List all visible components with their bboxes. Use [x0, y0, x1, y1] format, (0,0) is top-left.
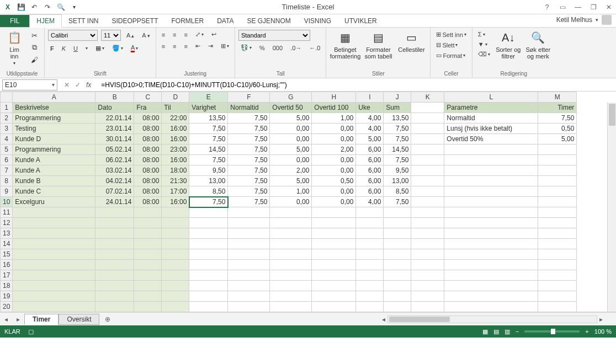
- cell[interactable]: [444, 176, 538, 186]
- cell[interactable]: [312, 260, 356, 270]
- align-top-button[interactable]: ≡: [160, 30, 167, 39]
- cell[interactable]: [411, 228, 444, 239]
- cell[interactable]: [134, 218, 162, 228]
- cell[interactable]: 7,50: [384, 155, 411, 165]
- cell[interactable]: [444, 228, 538, 239]
- cell[interactable]: [189, 228, 228, 239]
- cell[interactable]: [95, 281, 134, 291]
- cell[interactable]: [356, 239, 384, 249]
- cell[interactable]: 04.02.14: [95, 176, 134, 186]
- cell[interactable]: [356, 218, 384, 228]
- cell[interactable]: [411, 113, 444, 124]
- qat-more-icon[interactable]: ▾: [70, 3, 78, 12]
- cell[interactable]: [270, 281, 312, 291]
- cell[interactable]: 8,50: [384, 186, 411, 197]
- cell[interactable]: 7,50: [228, 134, 270, 144]
- scrollbar-thumb[interactable]: [609, 104, 615, 126]
- col-header-G[interactable]: G: [270, 92, 312, 103]
- row-header[interactable]: 11: [1, 207, 13, 218]
- cell[interactable]: 0,00: [270, 155, 312, 165]
- align-left-button[interactable]: ≡: [160, 41, 167, 51]
- cell[interactable]: 30.01.14: [95, 134, 134, 144]
- cell-styles-button[interactable]: ▭ Cellestiler: [396, 30, 427, 53]
- cell[interactable]: Fra: [134, 103, 162, 113]
- cell[interactable]: Programmering: [13, 144, 95, 155]
- cell[interactable]: [356, 260, 384, 270]
- cell[interactable]: [95, 239, 134, 249]
- tab-visning[interactable]: VISNING: [298, 15, 338, 27]
- col-header-H[interactable]: H: [312, 92, 356, 103]
- cell[interactable]: [444, 239, 538, 249]
- cell[interactable]: [189, 270, 228, 281]
- orientation-button[interactable]: ⤢▾: [193, 30, 206, 39]
- cell[interactable]: [13, 218, 95, 228]
- cell[interactable]: 14,50: [384, 144, 411, 155]
- save-icon[interactable]: 💾: [17, 3, 25, 12]
- undo-icon[interactable]: ↶: [30, 3, 39, 12]
- cell[interactable]: [95, 291, 134, 302]
- cell[interactable]: 13,00: [384, 176, 411, 186]
- cell[interactable]: [13, 302, 95, 312]
- align-bottom-button[interactable]: ≡: [182, 30, 190, 39]
- cell[interactable]: [411, 302, 444, 312]
- zoom-slider[interactable]: [524, 330, 580, 333]
- cell[interactable]: 18:00: [162, 165, 189, 176]
- cell[interactable]: [411, 207, 444, 218]
- tab-formler[interactable]: FORMLER: [165, 15, 211, 27]
- cell[interactable]: Programmering: [13, 113, 95, 124]
- cell[interactable]: 5,00: [270, 113, 312, 124]
- indent-increase-button[interactable]: ⇥: [206, 41, 215, 51]
- cell[interactable]: [13, 291, 95, 302]
- cell[interactable]: [134, 291, 162, 302]
- cell[interactable]: 0,00: [312, 186, 356, 197]
- comma-button[interactable]: 000: [270, 43, 285, 52]
- cell[interactable]: Testing: [13, 124, 95, 134]
- cell[interactable]: [162, 260, 189, 270]
- horizontal-scrollbar[interactable]: ◂ ▸: [116, 315, 616, 323]
- cell[interactable]: [384, 249, 411, 260]
- cell[interactable]: [270, 207, 312, 218]
- row-header[interactable]: 12: [1, 218, 13, 228]
- cell[interactable]: Timer: [538, 103, 577, 113]
- cell[interactable]: [134, 239, 162, 249]
- cell[interactable]: [189, 218, 228, 228]
- cell[interactable]: [134, 281, 162, 291]
- cell[interactable]: [444, 207, 538, 218]
- font-name-select[interactable]: Calibri: [48, 30, 98, 41]
- cell[interactable]: [13, 239, 95, 249]
- cell[interactable]: [95, 270, 134, 281]
- cell[interactable]: [538, 291, 577, 302]
- cell[interactable]: 0,50: [312, 176, 356, 186]
- cell[interactable]: 08:00: [134, 144, 162, 155]
- cell[interactable]: 5,00: [538, 134, 577, 144]
- cell[interactable]: 16:00: [162, 134, 189, 144]
- cell[interactable]: 1,00: [270, 186, 312, 197]
- cell[interactable]: 07.02.14: [95, 186, 134, 197]
- format-button[interactable]: ▭ Format ▾: [434, 51, 468, 60]
- tab-data[interactable]: DATA: [210, 15, 240, 27]
- cell[interactable]: 6,00: [356, 186, 384, 197]
- cell[interactable]: [189, 302, 228, 312]
- cell[interactable]: Uke: [356, 103, 384, 113]
- col-header-C[interactable]: C: [134, 92, 162, 103]
- cell[interactable]: [356, 249, 384, 260]
- cell[interactable]: Kunde D: [13, 134, 95, 144]
- cut-button[interactable]: ✂: [28, 30, 41, 41]
- cell[interactable]: [134, 260, 162, 270]
- cell[interactable]: 16:00: [162, 124, 189, 134]
- cell[interactable]: [95, 302, 134, 312]
- name-box[interactable]: E10 ▾: [2, 79, 57, 90]
- cell[interactable]: 06.02.14: [95, 155, 134, 165]
- autosum-button[interactable]: Σ ▾: [476, 30, 492, 39]
- cell[interactable]: 7,50: [228, 144, 270, 155]
- cell[interactable]: Excelguru: [13, 197, 95, 207]
- cell[interactable]: 08:00: [134, 165, 162, 176]
- cell[interactable]: 08:00: [134, 176, 162, 186]
- merge-button[interactable]: ⊞▾: [219, 41, 231, 51]
- cell[interactable]: [444, 144, 538, 155]
- font-size-select[interactable]: 11: [101, 30, 121, 41]
- cell[interactable]: 4,00: [356, 124, 384, 134]
- paste-button[interactable]: 📋 Lim inn ▾: [3, 30, 25, 66]
- cell[interactable]: [228, 291, 270, 302]
- cell[interactable]: [13, 207, 95, 218]
